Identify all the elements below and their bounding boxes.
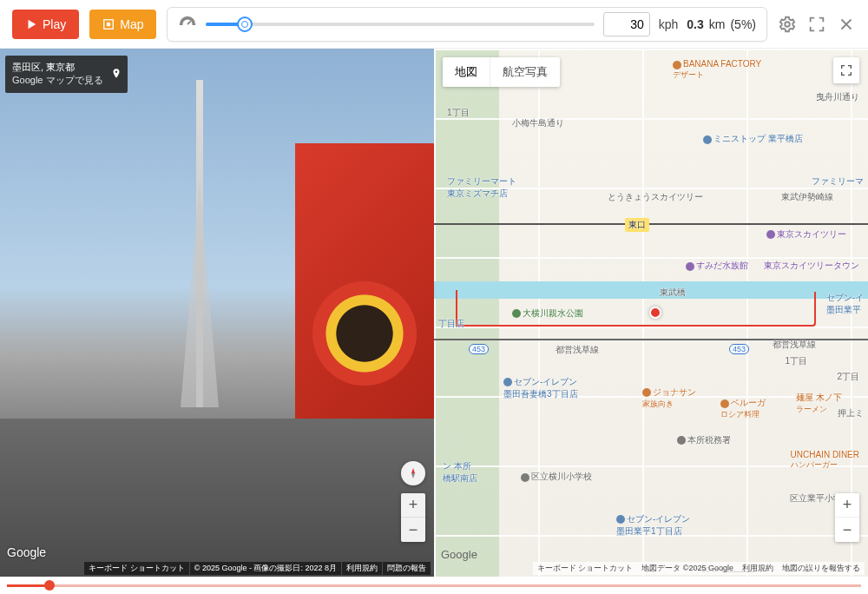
poi: 都営浅草線: [556, 344, 599, 356]
poi[interactable]: すみだ水族館: [686, 260, 748, 272]
poi[interactable]: ベルーガロシア料理: [720, 397, 766, 420]
distance-value: 0.3: [687, 17, 703, 31]
top-toolbar: Play Map kph 0.3 km (5%): [0, 0, 868, 49]
location-subtitle[interactable]: Google マップで見る: [12, 74, 103, 87]
streetview-pane[interactable]: 墨田区, 東京都 Google マップで見る + − Google キーボード …: [0, 49, 434, 577]
distance-pct: (5%): [730, 17, 756, 31]
sv-shortcuts[interactable]: キーボード ショートカット: [83, 562, 189, 575]
poi: 1丁目: [447, 107, 470, 119]
distance-unit: km: [709, 17, 726, 31]
map-shortcuts[interactable]: キーボード ショートカット: [533, 562, 638, 575]
poi[interactable]: セブン-イレブン 墨田業平1丁目店: [616, 513, 690, 538]
poi[interactable]: 丁目店: [438, 318, 464, 330]
map-icon: [102, 18, 115, 30]
poi[interactable]: 大横川親水公園: [512, 307, 583, 320]
play-label: Play: [43, 17, 66, 31]
map-pane[interactable]: BANANA FACTORYデザート 曳舟川通り 1丁目 小梅牛島通り ミニスト…: [434, 49, 868, 577]
close-icon: [837, 15, 856, 34]
poi: 東武橋: [660, 287, 686, 299]
distance-stats: 0.3 km (5%): [687, 17, 756, 31]
gear-icon: [778, 15, 797, 34]
poi[interactable]: ファミリーマート 東京ミズマチ店: [447, 175, 516, 200]
map-type-map[interactable]: 地図: [443, 57, 490, 87]
skytree-tower: [196, 80, 203, 407]
poi[interactable]: とうきょうスカイツリー: [608, 191, 703, 203]
location-card[interactable]: 墨田区, 東京都 Google マップで見る: [5, 56, 128, 93]
poi: 都営浅草線: [773, 339, 816, 351]
poi: 曳舟川通り: [816, 91, 859, 103]
poi[interactable]: ン 本所 橋駅南店: [443, 460, 477, 485]
map-attribution: キーボード ショートカット 地図データ ©2025 Google 利用規約 地図…: [533, 562, 865, 575]
progress-track[interactable]: [7, 584, 861, 587]
sv-zoom-in[interactable]: +: [401, 493, 425, 518]
expand-icon: [839, 63, 853, 77]
map-zoom-out[interactable]: −: [835, 518, 859, 542]
play-icon: [25, 18, 37, 30]
route-polyline: [456, 292, 816, 327]
poi-exit[interactable]: 東口: [625, 218, 649, 232]
compass-icon: [406, 466, 420, 480]
poi: 小梅牛島通り: [512, 117, 564, 129]
speed-input[interactable]: [603, 12, 650, 36]
poi[interactable]: BANANA FACTORYデザート: [673, 59, 761, 80]
sv-copyright: © 2025 Google - 画像の撮影日: 2022 8月: [189, 562, 341, 575]
compass-button[interactable]: [401, 461, 425, 485]
poi[interactable]: ジョナサン家族向き: [642, 386, 696, 410]
sv-zoom-out[interactable]: −: [401, 518, 425, 542]
map-label: Map: [120, 17, 143, 31]
poi: 東武伊勢崎線: [781, 191, 833, 203]
speed-slider[interactable]: [206, 23, 594, 26]
close-button[interactable]: [837, 15, 856, 34]
streetview-zoom: + −: [401, 493, 425, 542]
location-title: 墨田区, 東京都: [12, 61, 103, 74]
poi[interactable]: セブン-イ 墨田業平: [826, 292, 864, 316]
poi: 押上ミ: [838, 407, 864, 419]
route-badge: 453: [729, 344, 749, 354]
map-terms[interactable]: 利用規約: [738, 562, 778, 575]
map-zoom-in[interactable]: +: [835, 493, 859, 518]
map-fullscreen-button[interactable]: [833, 57, 859, 83]
map-zoom: + −: [835, 493, 859, 542]
svg-point-2: [785, 22, 790, 27]
poi[interactable]: ファミリーマ: [812, 175, 864, 188]
speed-control: kph 0.3 km (5%): [167, 7, 767, 42]
map-report[interactable]: 地図の誤りを報告する: [778, 562, 865, 575]
progress-fill: [7, 584, 49, 587]
map-type-switch: 地図 航空写真: [443, 57, 560, 87]
poi[interactable]: ミニストップ 業平橋店: [703, 133, 803, 145]
route-badge: 453: [469, 344, 489, 354]
poi: 2丁目: [837, 371, 859, 383]
poi[interactable]: 本所税務署: [677, 434, 731, 446]
poi[interactable]: 東京スカイツリー: [766, 228, 846, 241]
gauge-icon: [178, 15, 197, 34]
map-button[interactable]: Map: [89, 10, 156, 39]
sv-report[interactable]: 問題の報告: [382, 562, 431, 575]
settings-button[interactable]: [778, 15, 797, 34]
split-panes: 墨田区, 東京都 Google マップで見る + − Google キーボード …: [0, 49, 868, 577]
svg-point-1: [107, 23, 110, 26]
poi[interactable]: UNCHAIN DINERハンバーガー: [791, 450, 859, 471]
google-logo: Google: [7, 545, 46, 559]
current-position-marker[interactable]: [649, 307, 661, 319]
poi[interactable]: 区立横川小学校: [521, 471, 592, 483]
location-pin-icon: [110, 66, 122, 82]
poi[interactable]: 東京スカイツリータウン: [764, 260, 859, 272]
sv-terms[interactable]: 利用規約: [341, 562, 382, 575]
speed-unit: kph: [659, 17, 679, 31]
poi: 1丁目: [785, 355, 807, 367]
poi[interactable]: 麺屋 木ノ下ラーメン: [796, 392, 842, 415]
speed-slider-handle[interactable]: [237, 16, 253, 32]
fullscreen-button[interactable]: [807, 15, 826, 34]
map-data: 地図データ ©2025 Google: [637, 562, 738, 575]
poi[interactable]: セブン-イレブン 墨田吾妻橋3丁目店: [503, 376, 578, 400]
rail-line-tobu: [434, 223, 868, 225]
streetview-attribution: キーボード ショートカット © 2025 Google - 画像の撮影日: 20…: [83, 562, 431, 575]
progress-handle[interactable]: [44, 580, 55, 591]
play-button[interactable]: Play: [12, 10, 79, 39]
fullscreen-icon: [807, 15, 826, 34]
map-type-satellite[interactable]: 航空写真: [490, 57, 560, 87]
route-progress[interactable]: [0, 577, 868, 594]
google-logo: Google: [441, 548, 477, 561]
